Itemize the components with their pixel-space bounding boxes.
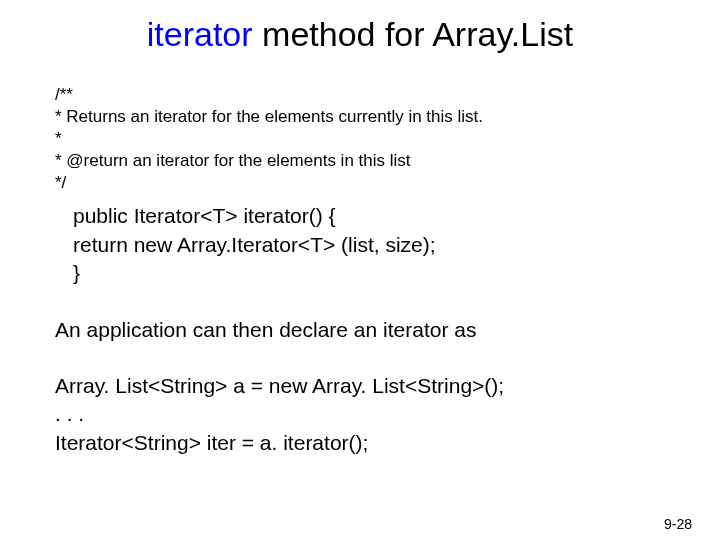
javadoc-comment: /** * Returns an iterator for the elemen…	[55, 84, 665, 194]
title-keyword: iterator	[147, 15, 253, 53]
comment-line: */	[55, 172, 665, 194]
code-line: }	[73, 259, 665, 287]
example-code: Array. List<String> a = new Array. List<…	[55, 372, 665, 457]
example-line: . . .	[55, 400, 665, 428]
comment-line: *	[55, 128, 665, 150]
title-rest: method for Array.List	[253, 15, 574, 53]
slide-container: iterator method for Array.List /** * Ret…	[0, 0, 720, 477]
page-number: 9-28	[664, 516, 692, 532]
body-paragraph: An application can then declare an itera…	[55, 316, 665, 344]
slide-title: iterator method for Array.List	[55, 15, 665, 54]
example-line: Array. List<String> a = new Array. List<…	[55, 372, 665, 400]
code-line: return new Array.Iterator<T> (list, size…	[73, 231, 665, 259]
comment-line: * @return an iterator for the elements i…	[55, 150, 665, 172]
code-line: public Iterator<T> iterator() {	[73, 202, 665, 230]
comment-line: * Returns an iterator for the elements c…	[55, 106, 665, 128]
method-code: public Iterator<T> iterator() { return n…	[73, 202, 665, 287]
example-line: Iterator<String> iter = a. iterator();	[55, 429, 665, 457]
comment-line: /**	[55, 84, 665, 106]
